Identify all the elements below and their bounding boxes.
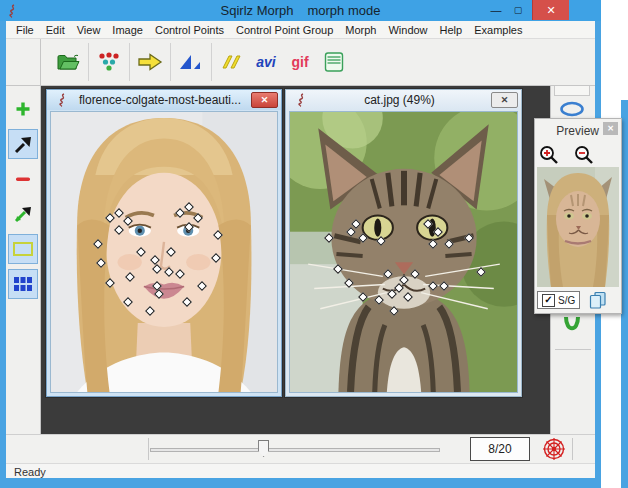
- preview-image[interactable]: [537, 167, 619, 287]
- control-point[interactable]: [123, 216, 133, 226]
- control-point[interactable]: [433, 227, 443, 237]
- export-frames-button[interactable]: [317, 44, 351, 80]
- control-point[interactable]: [346, 227, 356, 237]
- menu-item-view[interactable]: View: [71, 23, 107, 37]
- control-point[interactable]: [439, 281, 449, 291]
- source-image-cat[interactable]: [290, 112, 517, 392]
- control-point[interactable]: [197, 281, 207, 291]
- run-morph-button[interactable]: [133, 44, 167, 80]
- control-point[interactable]: [383, 269, 393, 279]
- florence-titlebar[interactable]: florence-colgate-most-beauti... ✕: [47, 90, 281, 110]
- rect-select-button[interactable]: [8, 234, 38, 264]
- titlebar[interactable]: Sqirlz Morphmorph mode — ▢ ✕: [0, 0, 601, 21]
- menu-item-window[interactable]: Window: [382, 23, 433, 37]
- control-point[interactable]: [105, 278, 115, 288]
- control-point[interactable]: [428, 281, 438, 291]
- control-point[interactable]: [166, 247, 176, 257]
- menu-item-examples[interactable]: Examples: [468, 23, 528, 37]
- zoom-out-button[interactable]: [574, 145, 595, 165]
- control-point[interactable]: [125, 272, 135, 282]
- control-point[interactable]: [376, 236, 386, 246]
- cat-titlebar[interactable]: cat.jpg (49%) ✕: [286, 90, 521, 110]
- add-points-button[interactable]: [8, 94, 38, 124]
- move-points-button[interactable]: [8, 199, 38, 229]
- control-point[interactable]: [374, 295, 384, 305]
- control-point[interactable]: [333, 264, 343, 274]
- right-tool-partial-button[interactable]: [554, 86, 590, 96]
- menu-item-image[interactable]: Image: [106, 23, 149, 37]
- control-point[interactable]: [358, 292, 368, 302]
- control-point[interactable]: [175, 208, 185, 218]
- control-point[interactable]: [193, 213, 203, 223]
- control-point[interactable]: [344, 278, 354, 288]
- control-point[interactable]: [211, 253, 221, 263]
- left-points: [51, 112, 277, 392]
- control-point[interactable]: [155, 289, 165, 299]
- export-avi-button[interactable]: avi: [249, 44, 283, 80]
- child-window-florence[interactable]: florence-colgate-most-beauti... ✕: [46, 89, 282, 397]
- morph-slider[interactable]: [150, 439, 440, 459]
- control-point[interactable]: [324, 233, 334, 243]
- control-point[interactable]: [123, 297, 133, 307]
- control-point[interactable]: [136, 247, 146, 257]
- point-colors-button[interactable]: [92, 44, 126, 80]
- control-point[interactable]: [403, 292, 413, 302]
- sg-checkbox[interactable]: ✓: [542, 294, 555, 307]
- delete-points-button[interactable]: [8, 164, 38, 194]
- menu-item-help[interactable]: Help: [434, 23, 469, 37]
- quick-render-button[interactable]: [215, 44, 249, 80]
- menu-item-control-points[interactable]: Control Points: [149, 23, 230, 37]
- sg-checkbox-mark: ✓: [544, 295, 552, 305]
- sg-checkbox-group[interactable]: ✓ S/G: [537, 291, 580, 309]
- menu-item-morph[interactable]: Morph: [339, 23, 382, 37]
- florence-close-button[interactable]: ✕: [251, 92, 278, 108]
- select-points-button[interactable]: [8, 129, 38, 159]
- control-point[interactable]: [114, 225, 124, 235]
- control-point[interactable]: [444, 239, 454, 249]
- preview-title: Preview: [556, 124, 599, 138]
- control-point[interactable]: [424, 219, 434, 229]
- morph-slider-thumb[interactable]: [258, 440, 269, 457]
- maximize-button[interactable]: ▢: [508, 1, 528, 19]
- control-point[interactable]: [389, 306, 399, 316]
- control-point[interactable]: [152, 264, 162, 274]
- control-point[interactable]: [182, 297, 192, 307]
- control-point[interactable]: [184, 222, 194, 232]
- control-point[interactable]: [213, 230, 223, 240]
- copy-preview-button[interactable]: [588, 291, 607, 309]
- control-point[interactable]: [96, 258, 106, 268]
- grid-group-button[interactable]: [8, 269, 38, 299]
- control-point[interactable]: [410, 269, 420, 279]
- minimize-button[interactable]: —: [486, 1, 506, 19]
- control-point[interactable]: [105, 213, 115, 223]
- zoom-in-button[interactable]: [539, 145, 560, 165]
- u-curve-button[interactable]: [557, 314, 587, 340]
- control-point[interactable]: [184, 202, 194, 212]
- preview-titlebar[interactable]: Preview ✕: [535, 119, 621, 142]
- export-gif-button[interactable]: gif: [283, 44, 317, 80]
- mark-frame-button[interactable]: [540, 436, 568, 461]
- cat-close-button[interactable]: ✕: [491, 92, 518, 108]
- control-point[interactable]: [150, 255, 160, 265]
- control-point[interactable]: [94, 239, 104, 249]
- preview-panel[interactable]: Preview ✕: [534, 118, 622, 314]
- close-button[interactable]: ✕: [532, 0, 569, 20]
- control-point[interactable]: [164, 267, 174, 277]
- menu-item-file[interactable]: File: [10, 23, 40, 37]
- show-mesh-button[interactable]: [174, 44, 208, 80]
- source-image-florence[interactable]: [51, 112, 277, 392]
- control-point[interactable]: [464, 233, 474, 243]
- menu-item-edit[interactable]: Edit: [40, 23, 71, 37]
- control-point[interactable]: [428, 239, 438, 249]
- menu-item-control-point-group[interactable]: Control Point Group: [230, 23, 339, 37]
- morph-slider-track[interactable]: [150, 448, 440, 452]
- control-point[interactable]: [175, 269, 185, 279]
- control-point[interactable]: [114, 208, 124, 218]
- control-point[interactable]: [145, 306, 155, 316]
- select-arrow-icon: [13, 134, 33, 154]
- preview-close-button[interactable]: ✕: [603, 122, 618, 135]
- control-point[interactable]: [476, 267, 486, 277]
- child-window-cat[interactable]: cat.jpg (49%) ✕: [285, 89, 522, 397]
- open-file-button[interactable]: [51, 44, 85, 80]
- control-point[interactable]: [358, 233, 368, 243]
